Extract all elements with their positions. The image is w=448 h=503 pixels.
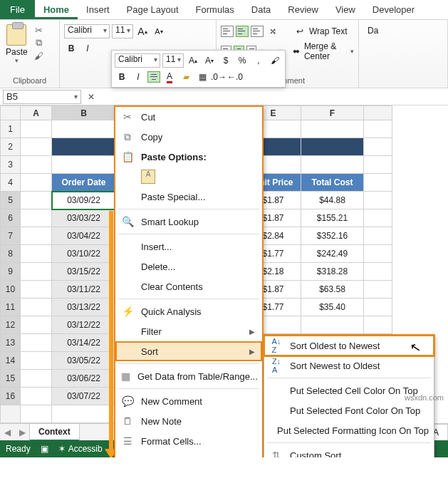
wrap-text-label: Wrap Text (309, 26, 348, 36)
mini-fill-color-icon[interactable]: ▰ (179, 70, 193, 84)
file-tab[interactable]: File (0, 0, 35, 19)
cm-get-data[interactable]: ▦Get Data from Table/Range... (115, 366, 262, 386)
tab-data[interactable]: Data (243, 0, 279, 19)
sheet-nav-prev[interactable]: ◀ (0, 427, 15, 437)
cell-b12[interactable]: 03/12/22 (52, 316, 116, 334)
tab-insert[interactable]: Insert (78, 0, 118, 19)
tab-review[interactable]: Review (279, 0, 327, 19)
sm-font-color[interactable]: Put Selected Font Color On Top (264, 400, 434, 420)
cell-b8[interactable]: 03/10/22 (52, 245, 116, 263)
copy-icon[interactable]: ⧉ (33, 37, 45, 48)
align-top-icon[interactable] (221, 26, 234, 37)
cell-b6[interactable]: 03/03/22 (52, 209, 116, 227)
mini-font-size[interactable]: 11 (162, 53, 184, 68)
decrease-font-icon[interactable]: A▾ (152, 24, 166, 38)
cell-b16[interactable]: 03/07/22 (52, 388, 116, 405)
cm-delete[interactable]: Delete... (115, 256, 262, 276)
bold-button[interactable]: B (64, 41, 78, 56)
formula-bar-row: B5 ✕ (0, 88, 448, 105)
tab-developer[interactable]: Developer (364, 0, 423, 19)
mini-increase-decimal-icon[interactable]: .0→ (212, 70, 226, 84)
cell-f11[interactable]: $35.40 (301, 299, 364, 316)
cell-f5[interactable]: $44.88 (301, 192, 364, 209)
cell-f8[interactable]: $242.49 (301, 245, 364, 263)
cell-b9[interactable]: 03/15/22 (52, 263, 116, 281)
italic-button[interactable]: I (80, 41, 95, 56)
align-bottom-icon[interactable] (251, 26, 264, 37)
mini-currency-button[interactable]: $ (219, 53, 233, 68)
mini-decrease-decimal-icon[interactable]: ←.0 (228, 70, 242, 84)
cancel-fx-icon[interactable]: ✕ (84, 92, 98, 102)
cm-paste-values[interactable]: A (115, 167, 262, 187)
status-macro-icon[interactable]: ▣ (41, 444, 48, 454)
truncated-group: Da (363, 21, 443, 40)
name-box[interactable]: B5 (3, 90, 81, 104)
cm-insert[interactable]: Insert... (115, 237, 262, 256)
cm-copy[interactable]: ⧉Copy (115, 127, 262, 147)
sm-custom-sort[interactable]: ⇅Custom Sort... (264, 445, 434, 457)
merge-icon[interactable]: ⬌ (291, 44, 302, 58)
ribbon-tabs: File Home Insert Page Layout Formulas Da… (0, 0, 448, 20)
cm-smart-lookup[interactable]: 🔍Smart Lookup (115, 212, 262, 232)
cell-f9[interactable]: $318.28 (301, 263, 364, 281)
mini-format-painter-icon[interactable]: 🖌 (268, 53, 282, 68)
sheet-tab-context[interactable]: Context (29, 423, 80, 441)
mini-decrease-font-icon[interactable]: A▾ (202, 53, 217, 68)
comment-icon: 💬 (121, 395, 134, 407)
sheet-nav-next[interactable]: ▶ (15, 427, 30, 437)
mini-borders-icon[interactable]: ▦ (195, 70, 209, 84)
cm-new-note[interactable]: 🗒New Note (115, 411, 262, 431)
align-middle-icon[interactable] (236, 26, 249, 37)
cell-b15[interactable]: 03/06/22 (52, 370, 116, 388)
cm-sort[interactable]: Sort▶ (115, 341, 262, 361)
font-size-select[interactable]: 11 (112, 24, 133, 38)
col-f[interactable]: F (301, 106, 364, 120)
cm-clear-contents[interactable]: Clear Contents (115, 276, 262, 296)
mini-font-color-icon[interactable]: A (162, 70, 177, 84)
tab-view[interactable]: View (327, 0, 364, 19)
cell-f7[interactable]: $352.16 (301, 227, 364, 245)
wrap-text-button[interactable]: ↩ (293, 24, 307, 38)
paste-button[interactable]: Paste ▾ (4, 21, 29, 67)
cm-quick-analysis[interactable]: ⚡Quick Analysis (115, 301, 262, 321)
increase-font-icon[interactable]: A▴ (135, 24, 150, 38)
cell-b5[interactable]: 03/09/22 (52, 192, 116, 209)
mini-increase-font-icon[interactable]: A▴ (186, 53, 200, 68)
cell-b14[interactable]: 03/05/22 (52, 352, 116, 370)
mini-font-name[interactable]: Calibri (115, 53, 160, 68)
mini-italic[interactable]: I (131, 70, 145, 84)
orientation-icon[interactable]: ⤭ (266, 24, 280, 38)
cell-b7[interactable]: 03/04/22 (52, 227, 116, 245)
sm-sort-newest[interactable]: Z↓A Sort Newest to Oldest (264, 356, 434, 375)
sm-sort-oldest[interactable]: A↓Z Sort Oldest to Newest (264, 336, 434, 356)
tab-home[interactable]: Home (35, 0, 78, 19)
cell-f10[interactable]: $63.58 (301, 281, 364, 299)
cell-f6[interactable]: $155.21 (301, 209, 364, 227)
mini-bold[interactable]: B (115, 70, 129, 84)
font-name-select[interactable]: Calibri (64, 24, 110, 38)
cm-paste-special[interactable]: Paste Special... (115, 187, 262, 207)
cell-b10[interactable]: 03/11/22 (52, 281, 116, 299)
row-1[interactable]: 1 (1, 120, 21, 138)
col-b[interactable]: B (52, 106, 116, 120)
select-all[interactable] (1, 106, 21, 120)
col-a[interactable]: A (21, 106, 52, 120)
cm-pick-list[interactable]: Pick From Drop-down List... (115, 451, 262, 457)
cm-format-cells[interactable]: ☰Format Cells... (115, 431, 262, 451)
cm-new-comment[interactable]: 💬New Comment (115, 391, 262, 411)
cell-b13[interactable]: 03/14/22 (52, 334, 116, 352)
tab-formulas[interactable]: Formulas (187, 0, 243, 19)
search-icon: 🔍 (121, 216, 134, 227)
cm-filter[interactable]: Filter▶ (115, 321, 262, 341)
custom-sort-icon: ⇅ (270, 450, 283, 457)
format-painter-icon[interactable]: 🖌 (33, 50, 45, 61)
mini-align-center-icon[interactable] (147, 71, 160, 83)
mini-percent-button[interactable]: % (235, 53, 249, 68)
cm-cut[interactable]: ✂Cut (115, 107, 262, 127)
mini-comma-button[interactable]: , (251, 53, 266, 68)
tab-page-layout[interactable]: Page Layout (118, 0, 187, 19)
cut-icon[interactable]: ✂ (33, 24, 45, 36)
cell-b11[interactable]: 03/13/22 (52, 299, 116, 316)
sm-icon-top[interactable]: Put Selected Formatting Icon On Top (264, 420, 434, 440)
status-accessibility[interactable]: ✶ Accessib (58, 444, 103, 454)
